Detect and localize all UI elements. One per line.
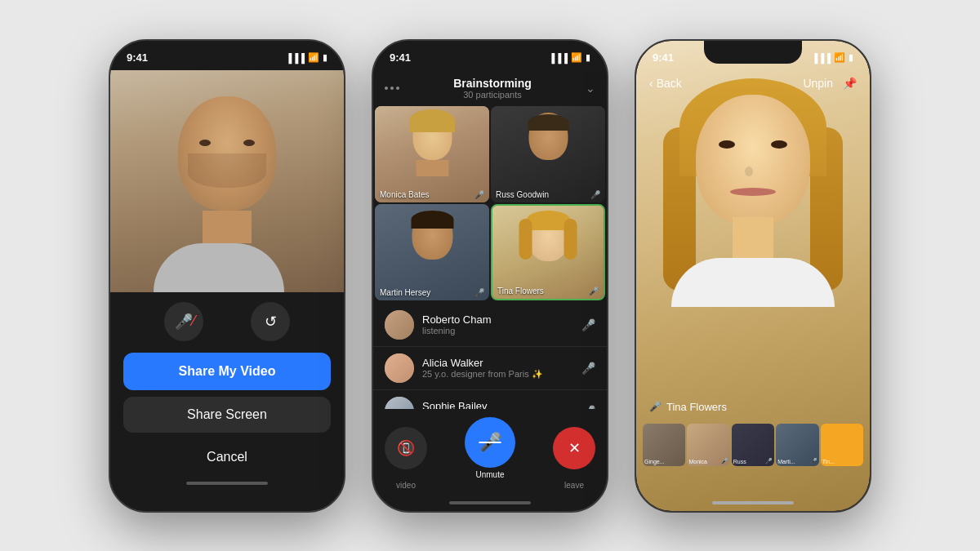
video-grid: Monica Bates 🎤 Russ Goodwin 🎤 — [375, 106, 605, 300]
leave-ctrl-label: leave — [553, 481, 595, 490]
cancel-button[interactable]: Cancel — [123, 439, 331, 475]
home-indicator-2 — [373, 495, 607, 511]
phone1-video — [110, 70, 344, 292]
thumb-monica-label: Monica — [688, 459, 707, 464]
dot-1 — [385, 87, 388, 90]
battery-icon-1: ▮ — [323, 52, 327, 63]
thumb-ginger[interactable]: Ginge... — [643, 424, 685, 466]
monica-video — [375, 106, 489, 202]
call-controls: 📵 🎤 Unmute ✕ — [373, 409, 607, 479]
video-toggle-button[interactable]: 📵 — [385, 427, 427, 469]
unmute-button[interactable]: 🎤 — [465, 417, 515, 468]
roberto-info: Roberto Cham listening — [422, 313, 581, 335]
martin-video — [375, 204, 489, 300]
status-icons-2: ▐▐▐ 📶 ▮ — [549, 52, 590, 63]
video-cell-monica[interactable]: Monica Bates 🎤 — [375, 106, 489, 202]
thumb-tina[interactable]: Tin... — [821, 424, 863, 466]
home-indicator-1 — [123, 475, 331, 491]
alicia-status: 25 y.o. designer from Paris ✨ — [422, 369, 581, 380]
back-label: Back — [657, 77, 682, 90]
thumb-martin-mic: 🎤 — [810, 458, 817, 464]
video-cell-martin[interactable]: Martin Hersey 🎤 — [375, 204, 489, 300]
thumb-martin-label: Marti... — [777, 459, 795, 464]
call-title-area: Brainstorming 30 participants — [453, 77, 532, 100]
rotate-camera-button[interactable]: ↺ — [251, 302, 290, 341]
video-off-icon: 📵 — [397, 439, 415, 457]
martin-mic-icon: 🎤 — [474, 288, 484, 297]
thumbnail-strip: Ginge... Monica 🎤 Russ 🎤 Marti... 🎤 Tin.… — [636, 424, 870, 466]
wifi-icon-2: 📶 — [571, 52, 582, 63]
roberto-avatar — [385, 310, 414, 340]
roberto-mic-icon: 🎤 — [581, 318, 595, 331]
participant-alicia[interactable]: Alicia Walker 25 y.o. designer from Pari… — [373, 347, 607, 390]
russ-video — [491, 106, 605, 202]
signal-icon-1: ▐▐▐ — [286, 53, 305, 63]
dot-3 — [396, 87, 399, 90]
mic-muted-icon: 🎤 — [479, 432, 501, 453]
video-cell-tina[interactable]: Tina Flowers 🎤 — [491, 204, 605, 300]
tina-face — [526, 211, 571, 268]
mic-label-icon: 🎤 — [649, 401, 662, 412]
alicia-name: Alicia Walker — [422, 357, 581, 369]
monica-mic-icon: 🎤 — [474, 190, 484, 199]
dot-2 — [390, 87, 394, 90]
participant-count: 30 participants — [453, 90, 532, 100]
chevron-down-icon[interactable]: ⌄ — [586, 82, 595, 95]
martin-face — [410, 211, 455, 266]
phone1-content: 9:41 ▐▐▐ 📶 ▮ — [110, 41, 344, 511]
participant-sophie[interactable]: Sophie Bailey listening 🎤 — [373, 390, 607, 409]
sophie-avatar — [385, 397, 414, 409]
wifi-icon-3: 📶 — [834, 52, 845, 63]
status-icons-1: ▐▐▐ 📶 ▮ — [286, 52, 327, 63]
beard — [188, 153, 266, 188]
home-bar-3 — [712, 501, 794, 504]
more-options-button[interactable] — [385, 87, 399, 90]
tina-label: Tina Flowers — [497, 287, 544, 295]
icon-row: 🎤⁄ ↺ — [123, 302, 331, 341]
leave-button[interactable]: ✕ — [553, 427, 595, 469]
call-title: Brainstorming — [453, 77, 532, 90]
video-cell-russ[interactable]: Russ Goodwin 🎤 — [491, 106, 605, 202]
phone2-header: Brainstorming 30 participants ⌄ — [373, 70, 607, 106]
phone-1: 9:41 ▐▐▐ 📶 ▮ — [109, 39, 345, 513]
battery-icon-3: ▮ — [849, 52, 853, 63]
tina-neck — [733, 217, 773, 258]
pinned-name: Tina Flowers — [666, 401, 727, 413]
status-bar-3: 9:41 ▐▐▐ 📶 ▮ — [636, 41, 870, 70]
thumb-russ-label: Russ — [733, 459, 746, 464]
back-button[interactable]: ‹ Back — [649, 77, 682, 90]
martin-label: Martin Hersey — [380, 288, 430, 297]
alicia-info: Alicia Walker 25 y.o. designer from Pari… — [422, 357, 581, 380]
share-video-button[interactable]: Share My Video — [123, 353, 331, 390]
phone3-content: 9:41 ▐▐▐ 📶 ▮ ‹ Back Unpin 📌 — [636, 41, 870, 511]
phone-2: 9:41 ▐▐▐ 📶 ▮ Brainstorming 30 participan… — [372, 39, 608, 513]
participant-roberto[interactable]: Roberto Cham listening 🎤 — [373, 304, 607, 347]
home-bar-1 — [186, 482, 268, 485]
unpin-button[interactable]: Unpin — [803, 77, 833, 90]
mute-button-1[interactable]: 🎤⁄ — [164, 302, 203, 341]
thumb-monica[interactable]: Monica 🎤 — [687, 424, 729, 466]
monica-label: Monica Bates — [380, 190, 430, 199]
tina-video — [492, 206, 604, 299]
share-screen-button[interactable]: Share Screen — [123, 397, 331, 433]
back-chevron-icon: ‹ — [649, 77, 653, 90]
status-time-3: 9:41 — [653, 51, 674, 64]
home-bar-2 — [449, 501, 531, 504]
thumb-russ[interactable]: Russ 🎤 — [732, 424, 774, 466]
status-bar-1: 9:41 ▐▐▐ 📶 ▮ — [110, 41, 344, 70]
face-shape — [170, 96, 284, 235]
russ-label: Russ Goodwin — [496, 190, 549, 199]
status-time-2: 9:41 — [390, 51, 411, 64]
sophie-info: Sophie Bailey listening — [422, 400, 581, 409]
video-ctrl-label: video — [385, 481, 427, 490]
thumb-martin[interactable]: Marti... 🎤 — [776, 424, 818, 466]
rotate-icon: ↺ — [265, 313, 277, 331]
thumb-ginger-label: Ginge... — [644, 459, 665, 464]
thumb-russ-mic: 🎤 — [765, 458, 773, 464]
russ-face — [526, 113, 571, 168]
alicia-mic-icon: 🎤 — [581, 362, 595, 375]
phone2-content: 9:41 ▐▐▐ 📶 ▮ Brainstorming 30 participan… — [373, 41, 607, 511]
mic-off-icon: 🎤⁄ — [175, 313, 193, 331]
phone1-controls: 🎤⁄ ↺ Share My Video Share Screen Cancel — [110, 292, 344, 511]
status-bar-2: 9:41 ▐▐▐ 📶 ▮ — [373, 41, 607, 70]
